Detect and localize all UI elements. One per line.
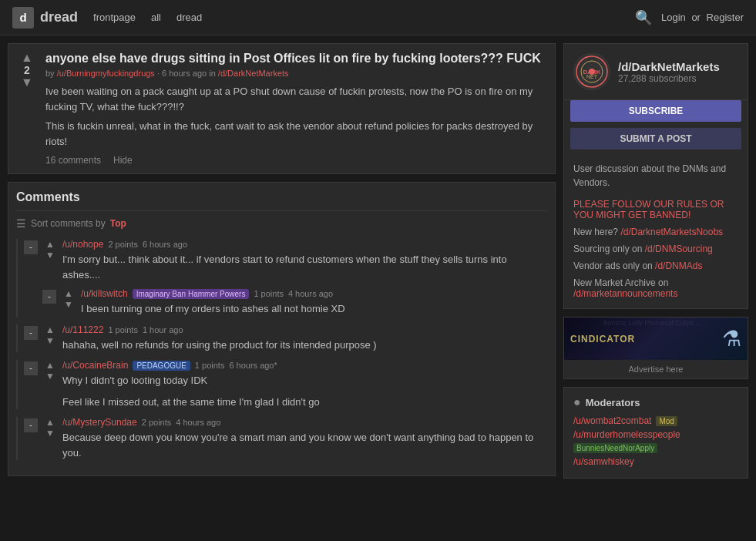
new-here-link[interactable]: /d/DarknetMarketsNoobs bbox=[620, 227, 723, 237]
comment-upvote-c3[interactable]: ▲ bbox=[45, 360, 55, 371]
collapse-button-c1[interactable]: - bbox=[24, 240, 38, 254]
post-author[interactable]: /u/Burningmyfuckingdrugs bbox=[57, 69, 155, 78]
mod-wombat2combat: /u/wombat2combat Mod bbox=[573, 415, 738, 426]
comment-username-c2[interactable]: /u/111222 bbox=[62, 324, 103, 335]
mod-murderhomelesspeople-badge-row: BunniesNeedNorApply bbox=[573, 443, 738, 453]
login-link[interactable]: Login bbox=[661, 12, 686, 23]
sidebar-new-here: New here? /d/DarknetMarketsNoobs bbox=[564, 223, 748, 240]
comment-body-c4: /u/MysterySundae 2 points 4 hours ago Be… bbox=[62, 417, 547, 460]
comment-points-c1: 2 points bbox=[108, 240, 138, 249]
advertise-here-label[interactable]: Advertise here bbox=[564, 360, 748, 378]
comment-meta-c4: /u/MysterySundae 2 points 4 hours ago bbox=[62, 417, 547, 428]
post-content: anyone else have drugs sitting in Post O… bbox=[45, 52, 547, 166]
search-icon[interactable]: 🔍 bbox=[635, 9, 652, 26]
collapse-button-c4[interactable]: - bbox=[24, 418, 38, 432]
comment-c3: - ▲ ▼ /u/CocaineBrain PEDAGOGUE 1 points… bbox=[16, 360, 547, 409]
comments-header: Comments bbox=[16, 190, 547, 211]
sourcing-link[interactable]: /d/DNMSourcing bbox=[645, 244, 713, 254]
archive-link[interactable]: /d/marketannouncements bbox=[573, 288, 738, 299]
mod-username-samwhiskey[interactable]: /u/samwhiskey bbox=[573, 456, 634, 467]
nav-frontpage[interactable]: frontpage bbox=[93, 12, 136, 23]
downvote-button[interactable]: ▼ bbox=[21, 76, 33, 89]
or-label: or bbox=[691, 12, 701, 23]
comments-link[interactable]: 16 comments bbox=[45, 155, 101, 166]
community-name: /d/DarkNetMarkets bbox=[618, 60, 720, 73]
sort-bar: ☰ Sort comments by Top bbox=[16, 217, 547, 230]
comment-text-c1: I'm sorry but... think about it... if ve… bbox=[62, 252, 547, 282]
comment-username-c3[interactable]: /u/CocaineBrain bbox=[62, 360, 128, 371]
sort-label: Sort comments by bbox=[31, 218, 106, 229]
submit-post-button[interactable]: SUBMIT A POST bbox=[570, 128, 741, 150]
comment-vote-c4: ▲ ▼ bbox=[42, 417, 58, 439]
ad-bg-text: Benzos Lolly Phenacol Cutylo... bbox=[595, 319, 709, 328]
comment-username-c1[interactable]: /u/nohope bbox=[62, 239, 103, 250]
sidebar-sourcing: Sourcing only on /d/DNMSourcing bbox=[564, 240, 748, 257]
vote-count: 2 bbox=[24, 64, 30, 76]
comment-downvote-c2[interactable]: ▼ bbox=[45, 335, 55, 346]
vote-block: ▲ 2 ▼ bbox=[16, 52, 38, 166]
comment-c4: - ▲ ▼ /u/MysterySundae 2 points 4 hours … bbox=[16, 417, 547, 460]
post-subreddit[interactable]: /d/DarkNetMarkets bbox=[218, 69, 289, 78]
hide-link[interactable]: Hide bbox=[113, 155, 133, 166]
collapse-button-c1a[interactable]: - bbox=[42, 290, 56, 304]
post-footer: 16 comments Hide bbox=[45, 155, 547, 166]
vendor-link[interactable]: /d/DNMAds bbox=[655, 260, 702, 271]
top-navigation: d dread frontpage all dread 🔍 Login or R… bbox=[0, 0, 756, 35]
comment-upvote-c1a[interactable]: ▲ bbox=[64, 288, 73, 299]
sort-value[interactable]: Top bbox=[110, 218, 126, 229]
comment-upvote-c1[interactable]: ▲ bbox=[45, 239, 55, 250]
comment-points-c3: 1 points bbox=[195, 361, 225, 370]
post-body-line1: Ive been waiting on a pack caught up at … bbox=[45, 84, 547, 114]
comment-flair-c3: PEDAGOGUE bbox=[133, 361, 190, 371]
comment-username-c4[interactable]: /u/MysterySundae bbox=[62, 417, 137, 428]
sidebar-rules-link: PLEASE FOLLOW OUR RULES OR YOU MIGHT GET… bbox=[564, 196, 748, 223]
comment-meta-c3: /u/CocaineBrain PEDAGOGUE 1 points 6 hou… bbox=[62, 360, 547, 371]
mod-username-wombat2combat[interactable]: /u/wombat2combat bbox=[573, 415, 651, 426]
community-info: /d/DarkNetMarkets 27,288 subscribers bbox=[618, 60, 720, 84]
comment-text-c3: Why I didn't go looting today IDK Feel l… bbox=[62, 373, 547, 409]
comment-upvote-c4[interactable]: ▲ bbox=[45, 417, 55, 428]
post-title: anyone else have drugs sitting in Post O… bbox=[45, 52, 547, 66]
post-time: 6 hours ago bbox=[162, 69, 207, 78]
register-link[interactable]: Register bbox=[707, 12, 744, 23]
comment-meta-c2: /u/111222 1 points 1 hour ago bbox=[62, 324, 547, 335]
comment-vote-c3: ▲ ▼ bbox=[42, 360, 58, 382]
comment-downvote-c4[interactable]: ▼ bbox=[45, 428, 55, 439]
comment-text-c4: Because deep down you know you're a smar… bbox=[62, 430, 547, 460]
community-subscribers: 27,288 subscribers bbox=[618, 73, 720, 84]
comments-section: Comments ☰ Sort comments by Top - ▲ ▼ bbox=[8, 182, 556, 476]
comment-vote-c1a: ▲ ▼ bbox=[61, 288, 76, 311]
upvote-button[interactable]: ▲ bbox=[21, 52, 33, 64]
comment-downvote-c1a[interactable]: ▼ bbox=[64, 299, 73, 310]
logo-block[interactable]: d dread bbox=[12, 7, 78, 29]
comment-points-c2: 1 points bbox=[108, 325, 138, 334]
comment-downvote-c1[interactable]: ▼ bbox=[45, 250, 55, 260]
sidebar-community-box: DARK NET /d/DarkNetMarkets 27,288 subscr… bbox=[563, 43, 748, 309]
comment-body-c1a: /u/killswitch Imaginary Ban Hammer Power… bbox=[81, 288, 547, 317]
comment-upvote-c2[interactable]: ▲ bbox=[45, 324, 55, 335]
nav-dread[interactable]: dread bbox=[176, 12, 202, 23]
post-card: ▲ 2 ▼ anyone else have drugs sitting in … bbox=[8, 43, 556, 174]
comment-meta-c1: /u/nohope 2 points 6 hours ago bbox=[62, 239, 547, 250]
mod-username-murderhomelesspeople[interactable]: /u/murderhomelesspeople bbox=[573, 429, 680, 440]
mod-murderhomelesspeople: /u/murderhomelesspeople bbox=[573, 429, 738, 440]
moderators-header: ● Moderators bbox=[573, 395, 738, 409]
sidebar-advertise: Benzos Lolly Phenacol Cutylo... CINDICAT… bbox=[563, 317, 748, 379]
nav-all[interactable]: all bbox=[151, 12, 161, 23]
comment-downvote-c3[interactable]: ▼ bbox=[45, 371, 55, 381]
comment-flair-c1a: Imaginary Ban Hammer Powers bbox=[133, 289, 250, 299]
comment-username-c1a[interactable]: /u/killswitch bbox=[81, 288, 128, 299]
comment-body-c2: /u/111222 1 points 1 hour ago hahaha, we… bbox=[62, 324, 547, 353]
community-header: DARK NET /d/DarkNetMarkets 27,288 subscr… bbox=[564, 44, 748, 100]
post-body-line2: This is fuckin unreal, what in the fuck,… bbox=[45, 119, 547, 149]
comment-body-c1: /u/nohope 2 points 6 hours ago I'm sorry… bbox=[62, 239, 547, 282]
collapse-button-c3[interactable]: - bbox=[24, 361, 38, 375]
comment-vote-c1: ▲ ▼ bbox=[42, 239, 58, 261]
comment-text-c2: hahaha, well no refunds for using the pr… bbox=[62, 338, 547, 353]
collapse-button-c2[interactable]: - bbox=[24, 326, 38, 340]
by-label: by bbox=[45, 69, 57, 78]
cindicator-brand: CINDICATOR bbox=[570, 334, 635, 344]
subscribe-button[interactable]: SUBSCRIBE bbox=[570, 100, 741, 122]
rules-link[interactable]: PLEASE FOLLOW OUR RULES OR YOU MIGHT GET… bbox=[573, 199, 724, 220]
comment-body-c3: /u/CocaineBrain PEDAGOGUE 1 points 6 hou… bbox=[62, 360, 547, 409]
